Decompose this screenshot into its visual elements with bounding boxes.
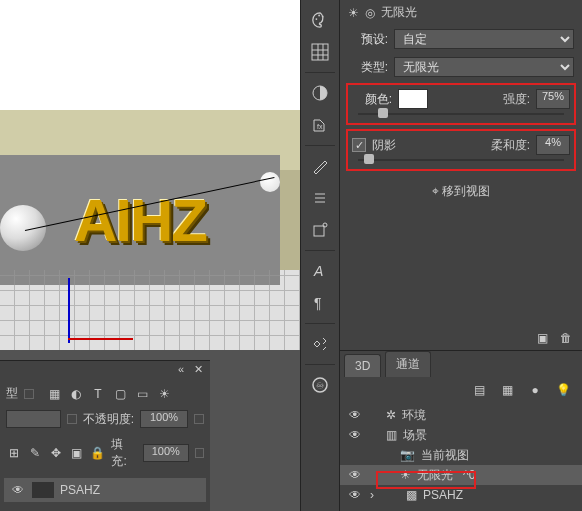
opacity-dropdown-icon[interactable] — [194, 414, 204, 424]
fill-input[interactable]: 100% — [143, 444, 188, 462]
tree-item-light[interactable]: 👁 ☀ 无限光 ^0 — [340, 465, 582, 485]
properties-panel: ☀ ◎ 无限光 预设: 自定 类型: 无限光 颜色: 强度: 75% 阴影 柔和… — [340, 0, 582, 350]
text-tool-icon[interactable]: T — [90, 386, 106, 402]
character-icon[interactable]: A — [304, 257, 336, 285]
camera-icon: 📷 — [400, 448, 415, 462]
blend-mode-dropdown[interactable] — [6, 410, 61, 428]
panel-dock: fx A ¶ ♾ — [300, 0, 340, 511]
collapse-icon[interactable]: « — [173, 361, 189, 381]
fill-dropdown-icon[interactable] — [195, 448, 205, 458]
tab-channel[interactable]: 通道 — [385, 351, 431, 377]
svg-point-2 — [322, 16, 324, 18]
light-label: 无限光 — [417, 467, 453, 484]
brush-icon[interactable] — [304, 152, 336, 180]
shadow-checkbox[interactable] — [352, 138, 366, 152]
layers-panel: « ✕ 型 ▦ ◐ T ▢ ▭ ☀ 不透明度: 100% ⊞ ✎ ✥ ▣ 🔒 填… — [0, 360, 210, 511]
lock-pixels-icon[interactable]: ✎ — [27, 445, 42, 461]
group-icon[interactable]: ▭ — [134, 386, 150, 402]
svg-point-7 — [323, 223, 327, 227]
env-icon: ✲ — [386, 408, 396, 422]
tree-item-scene[interactable]: 👁 ▥ 场景 — [340, 425, 582, 445]
trash-icon[interactable]: 🗑 — [560, 331, 572, 345]
color-label: 颜色: — [352, 91, 392, 108]
x-axis — [68, 338, 133, 340]
visibility-icon[interactable]: 👁 — [346, 468, 364, 482]
scene-panel: 3D 通道 ▤ ▦ ● 💡 👁 ✲ 环境 👁 ▥ 场景 📷 当前视图 👁 — [340, 350, 582, 511]
mesh-icon: ▩ — [406, 488, 417, 502]
blend-mode-select[interactable] — [24, 389, 34, 399]
fill-label: 填充: — [111, 436, 137, 470]
svg-text:fx: fx — [317, 123, 323, 130]
layer-label: PSAHZ — [423, 488, 463, 502]
shape-icon[interactable]: ▢ — [112, 386, 128, 402]
visibility-icon[interactable]: 👁 — [346, 488, 364, 502]
scene-label: 场景 — [403, 427, 427, 444]
light-direction-handle[interactable] — [260, 172, 280, 192]
tree-item-layer[interactable]: 👁 › ▩ PSAHZ — [340, 485, 582, 505]
env-label: 环境 — [402, 407, 426, 424]
swatches-icon[interactable] — [304, 38, 336, 66]
layer-name[interactable]: PSAHZ — [60, 483, 100, 497]
expand-icon[interactable]: › — [370, 488, 380, 502]
brush-settings-icon[interactable] — [304, 184, 336, 212]
tool-presets-icon[interactable] — [304, 330, 336, 358]
type-label: 类型: — [348, 59, 388, 76]
palette-icon[interactable] — [304, 6, 336, 34]
svg-rect-3 — [312, 44, 328, 60]
tree-item-view[interactable]: 📷 当前视图 — [340, 445, 582, 465]
svg-rect-6 — [314, 226, 324, 236]
sun-icon[interactable]: ☀ — [156, 386, 172, 402]
y-axis — [68, 278, 70, 343]
svg-point-0 — [316, 18, 318, 20]
opacity-input[interactable]: 100% — [140, 410, 188, 428]
intensity-slider[interactable] — [358, 111, 564, 117]
lock-artboard-icon[interactable]: ▣ — [69, 445, 84, 461]
spot-icon: ◎ — [365, 6, 375, 20]
svg-text:♾: ♾ — [316, 381, 324, 391]
color-swatch[interactable] — [398, 89, 428, 109]
paragraph-icon[interactable]: ¶ — [304, 289, 336, 317]
styles-icon[interactable]: fx — [304, 111, 336, 139]
move-to-view-button[interactable]: 移到视图 — [442, 184, 490, 198]
preset-select[interactable]: 自定 — [394, 29, 574, 49]
light-type-readout: 无限光 — [381, 4, 417, 21]
filter-mesh-icon[interactable]: ▦ — [498, 381, 516, 399]
layer-thumbnail-icon[interactable] — [32, 482, 54, 498]
filter-scene-icon[interactable]: ▤ — [470, 381, 488, 399]
shadow-label: 阴影 — [372, 137, 396, 154]
view-label: 当前视图 — [421, 447, 469, 464]
dropdown-arrow-icon[interactable] — [67, 414, 77, 424]
viewport-3d[interactable]: AIHZ — [0, 0, 300, 350]
tab-3d[interactable]: 3D — [344, 354, 381, 377]
softness-input[interactable]: 4% — [536, 135, 570, 155]
image-icon[interactable]: ▦ — [46, 386, 62, 402]
scene-tree: 👁 ✲ 环境 👁 ▥ 场景 📷 当前视图 👁 ☀ 无限光 ^0 👁 › — [340, 403, 582, 507]
visibility-icon[interactable]: 👁 — [346, 408, 364, 422]
lock-all-icon[interactable]: ⊞ — [6, 445, 21, 461]
adjust-icon[interactable] — [304, 79, 336, 107]
svg-text:¶: ¶ — [314, 295, 322, 311]
libraries-icon[interactable]: ♾ — [304, 371, 336, 399]
filter-light-icon[interactable]: 💡 — [554, 381, 572, 399]
close-icon[interactable]: ✕ — [189, 361, 208, 381]
visibility-icon[interactable]: 👁 — [346, 428, 364, 442]
clone-source-icon[interactable] — [304, 216, 336, 244]
intensity-label: 强度: — [503, 91, 530, 108]
light-icon: ☀ — [400, 468, 411, 482]
lock-icon[interactable]: 🔒 — [90, 445, 105, 461]
filter-material-icon[interactable]: ● — [526, 381, 544, 399]
type-select[interactable]: 无限光 — [394, 57, 574, 77]
light-suffix: ^0 — [463, 468, 475, 482]
svg-text:A: A — [313, 263, 323, 279]
blend-type-label: 型 — [6, 385, 18, 402]
layer-visibility-icon[interactable]: 👁 — [10, 482, 26, 498]
aim-icon: ⌖ — [432, 184, 439, 198]
softness-label: 柔和度: — [491, 137, 530, 154]
opacity-label: 不透明度: — [83, 411, 134, 428]
softness-slider[interactable] — [358, 157, 564, 163]
lock-position-icon[interactable]: ✥ — [48, 445, 63, 461]
tree-item-env[interactable]: 👁 ✲ 环境 — [340, 405, 582, 425]
render-icon[interactable]: ▣ — [537, 331, 548, 345]
intensity-input[interactable]: 75% — [536, 89, 570, 109]
circle-half-icon[interactable]: ◐ — [68, 386, 84, 402]
